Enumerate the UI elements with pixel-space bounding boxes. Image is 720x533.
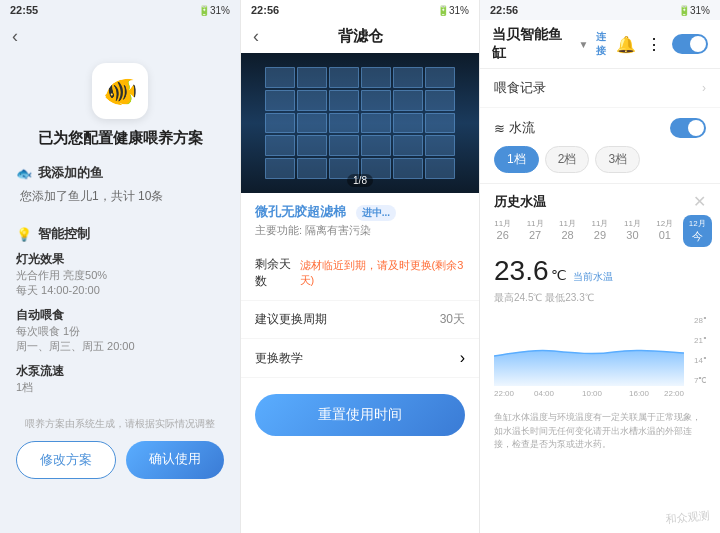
grid-cell [393, 67, 423, 88]
temperature-range: 最高24.5℃ 最低23.3℃ [480, 291, 720, 305]
date-nov27[interactable]: 11月27 [520, 215, 549, 247]
feed-label: 自动喂食 [16, 307, 224, 324]
light-value: 光合作用 亮度50%每天 14:00-20:00 [16, 268, 224, 299]
wave-icon: ≋ [494, 121, 505, 136]
smart-control-label: 智能控制 [38, 225, 90, 243]
days-warn: 滤材临近到期，请及时更换(剩余3天) [300, 258, 465, 288]
grid-cell [361, 113, 391, 134]
pump-label: 水泵流速 [16, 363, 224, 380]
status-bar-2: 22:56 🔋31% [241, 0, 479, 20]
replace-period-value: 30天 [440, 311, 465, 328]
header-icons: 🔔 ⋮ [616, 34, 708, 54]
chart-svg: 28℃ 21℃ 14℃ 7℃ 22:00 04:00 10:00 16:00 [494, 311, 706, 401]
grid-cell [425, 113, 455, 134]
date-nov28[interactable]: 11月28 [553, 215, 582, 247]
filter-description: 主要功能: 隔离有害污染 [241, 223, 479, 246]
svg-text:21℃: 21℃ [694, 336, 706, 345]
pump-value: 1档 [16, 380, 224, 395]
power-toggle[interactable] [672, 34, 708, 54]
grid-cell [329, 90, 359, 111]
feed-record-item[interactable]: 喂食记录 › [480, 69, 720, 108]
grid-cell [425, 67, 455, 88]
control-feed: 自动喂食 每次喂食 1份周一、周三、周五 20:00 [16, 307, 224, 355]
grid-cell [297, 67, 327, 88]
svg-text:7℃: 7℃ [694, 376, 706, 385]
temperature-unit: ℃ [551, 267, 567, 283]
grid-cell [393, 135, 423, 156]
chevron-right-icon: › [460, 349, 465, 367]
action-buttons: 修改方案 确认使用 [16, 441, 224, 479]
panel-health-plan: 22:55 🔋31% ‹ 🐠 已为您配置健康喂养方案 🐟 我添加的鱼 您添加了鱼… [0, 0, 240, 533]
status-bar-1: 22:55 🔋31% [0, 0, 240, 20]
close-icon[interactable]: ✕ [693, 192, 706, 211]
grid-cell [329, 135, 359, 156]
date-nov30[interactable]: 11月30 [618, 215, 647, 247]
replace-tutorial-row[interactable]: 更换教学 › [241, 339, 479, 378]
panel2-title: 背滤仓 [338, 27, 383, 46]
fish-section-label: 我添加的鱼 [38, 164, 103, 182]
battery-icon-1: 🔋31% [198, 5, 230, 16]
back-button-1[interactable]: ‹ [0, 20, 240, 53]
confirm-button[interactable]: 确认使用 [126, 441, 224, 479]
more-icon[interactable]: ⋮ [646, 35, 662, 54]
battery-icon-2: 🔋31% [437, 5, 469, 16]
panel1-content: 🐠 已为您配置健康喂养方案 🐟 我添加的鱼 您添加了鱼儿1，共计 10条 💡 智… [0, 53, 240, 479]
filter-tag: 进中... [356, 205, 396, 221]
grid-cell [393, 158, 423, 179]
date-nov29[interactable]: 11月29 [585, 215, 614, 247]
modify-button[interactable]: 修改方案 [16, 441, 116, 479]
status-bar-3: 22:56 🔋31% [480, 0, 720, 20]
grid-cell [265, 135, 295, 156]
fish-section: 🐟 我添加的鱼 您添加了鱼儿1，共计 10条 [16, 164, 224, 215]
days-label: 剩余天数 [255, 256, 300, 290]
panel-filter: 22:56 🔋31% ‹ 背滤仓 [240, 0, 480, 533]
time-2: 22:56 [251, 4, 279, 16]
water-flow-section: ≋ 水流 1档 2档 3档 [480, 108, 720, 184]
fish-count: 您添加了鱼儿1，共计 10条 [20, 188, 224, 205]
flow-btn-3[interactable]: 3档 [595, 146, 640, 173]
control-pump: 水泵流速 1档 [16, 363, 224, 395]
svg-text:04:00: 04:00 [534, 389, 555, 398]
grid-cell [425, 158, 455, 179]
dropdown-icon[interactable]: ▼ [578, 39, 588, 50]
date-today[interactable]: 12月今 [683, 215, 712, 247]
date-nov26[interactable]: 11月26 [488, 215, 517, 247]
grid-cell [393, 113, 423, 134]
time-3: 22:56 [490, 4, 518, 16]
grid-cell [329, 113, 359, 134]
app-header: 当贝智能鱼缸 ▼ 连接 🔔 ⋮ [480, 20, 720, 69]
svg-text:14℃: 14℃ [694, 356, 706, 365]
smart-control-section: 💡 智能控制 灯光效果 光合作用 亮度50%每天 14:00-20:00 自动喂… [16, 225, 224, 403]
history-section: 历史水温 ✕ 11月26 11月27 11月28 11月29 11月30 12月… [480, 184, 720, 533]
grid-cell [297, 135, 327, 156]
back-button-2[interactable]: ‹ [253, 26, 259, 47]
control-light: 灯光效果 光合作用 亮度50%每天 14:00-20:00 [16, 251, 224, 299]
grid-cell [329, 67, 359, 88]
image-counter: 1/8 [347, 174, 373, 187]
fish-section-header: 🐟 我添加的鱼 [16, 164, 224, 182]
light-label: 灯光效果 [16, 251, 224, 268]
grid-cell [361, 90, 391, 111]
water-flow-toggle[interactable] [670, 118, 706, 138]
replace-tutorial-label: 更换教学 [255, 350, 303, 367]
battery-icon-3: 🔋31% [678, 5, 710, 16]
bell-icon[interactable]: 🔔 [616, 35, 636, 54]
feed-record-label: 喂食记录 [494, 79, 546, 97]
history-title: 历史水温 [494, 193, 546, 211]
panel-tank: 22:56 🔋31% 当贝智能鱼缸 ▼ 连接 🔔 ⋮ 喂食记录 › ≋ 水流 1… [480, 0, 720, 533]
app-name: 当贝智能鱼缸 [492, 26, 574, 62]
reset-button[interactable]: 重置使用时间 [255, 394, 465, 436]
history-header: 历史水温 ✕ [480, 184, 720, 215]
grid-cell [265, 90, 295, 111]
app-subtitle: 连接 [596, 30, 616, 58]
replace-period-row: 建议更换周期 30天 [241, 301, 479, 339]
filter-grid [265, 67, 455, 179]
flow-btn-2[interactable]: 2档 [545, 146, 590, 173]
svg-text:22:00: 22:00 [494, 389, 515, 398]
svg-text:16:00: 16:00 [629, 389, 650, 398]
date-dec01[interactable]: 12月01 [650, 215, 679, 247]
grid-cell [393, 90, 423, 111]
fish-emoji: 🐟 [16, 166, 32, 181]
water-flow-header: ≋ 水流 [494, 118, 706, 138]
flow-btn-1[interactable]: 1档 [494, 146, 539, 173]
